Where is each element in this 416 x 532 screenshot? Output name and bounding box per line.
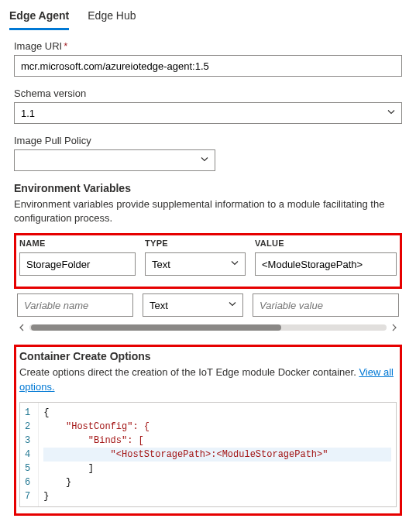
schema-version-label: Schema version [14,88,402,99]
create-options-highlight: Container Create Options Create options … [14,345,402,515]
env-name-input[interactable] [19,252,136,276]
env-value-input[interactable] [255,252,397,276]
env-type-select[interactable] [145,252,246,276]
scroll-track[interactable] [29,324,387,331]
tab-edge-hub[interactable]: Edge Hub [88,5,136,30]
required-indicator: * [64,40,67,52]
code-body[interactable]: { "HostConfig": { "Binds": [ "<HostStora… [39,403,396,506]
env-header-name: NAME [19,239,136,248]
tab-edge-agent[interactable]: Edge Agent [9,5,69,30]
env-row [19,252,397,276]
create-options-desc: Create options direct the creation of th… [19,366,397,393]
env-vars-highlight: NAME TYPE VALUE [14,233,402,289]
image-uri-input[interactable] [14,55,402,77]
env-type-placeholder-select[interactable] [143,293,243,317]
env-name-placeholder-input[interactable] [17,293,133,317]
env-value-placeholder-input[interactable] [253,293,399,317]
image-pull-policy-select[interactable] [14,149,215,171]
env-vars-title: Environment Variables [14,182,402,194]
create-options-title: Container Create Options [19,350,397,362]
code-gutter: 1234567 [20,403,39,506]
scroll-right-icon[interactable] [390,323,399,332]
scroll-left-icon[interactable] [17,323,26,332]
horizontal-scrollbar[interactable] [14,321,402,334]
env-header-type: TYPE [145,239,246,248]
code-editor[interactable]: 1234567 { "HostConfig": { "Binds": [ "<H… [19,402,397,507]
env-header-value: VALUE [255,239,397,248]
scroll-thumb[interactable] [31,324,281,331]
image-pull-policy-label: Image Pull Policy [14,135,402,146]
env-vars-desc: Environment variables provide supplement… [14,197,402,225]
schema-version-select[interactable] [14,102,402,124]
env-row-new [14,293,402,317]
image-uri-label: Image URI* [14,40,402,52]
tabs: Edge Agent Edge Hub [0,0,416,31]
